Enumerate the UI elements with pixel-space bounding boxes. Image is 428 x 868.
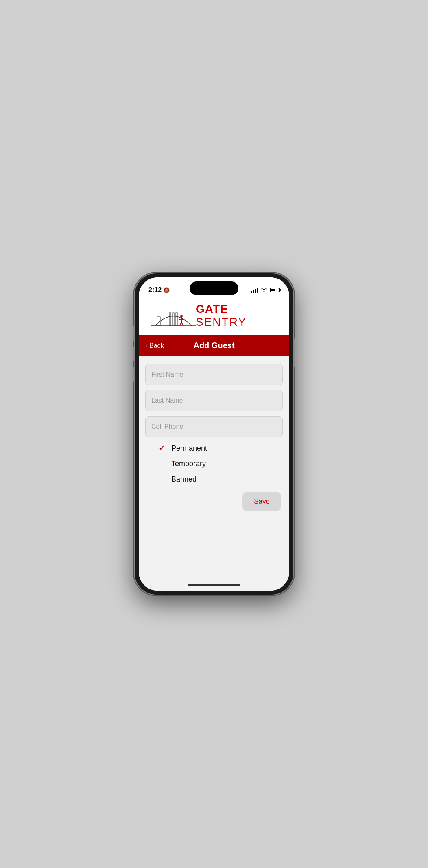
phone-screen: 2:12 🔕 — [139, 277, 289, 591]
cell-phone-input[interactable] — [145, 416, 283, 437]
svg-rect-3 — [173, 313, 174, 326]
battery-icon — [270, 288, 280, 292]
chevron-left-icon: ‹ — [145, 341, 148, 350]
logo-gate: GATE — [196, 303, 228, 315]
home-indicator — [139, 580, 289, 591]
status-time: 2:12 🔕 — [148, 286, 170, 294]
svg-line-9 — [181, 323, 183, 326]
home-bar — [188, 584, 240, 586]
phone-frame: 2:12 🔕 — [135, 273, 293, 595]
time-display: 2:12 — [148, 286, 162, 294]
last-name-input[interactable] — [145, 390, 283, 411]
first-name-input[interactable] — [145, 364, 283, 385]
nav-header: ‹ Back Add Guest — [139, 335, 289, 356]
label-banned: Banned — [171, 475, 197, 484]
dynamic-island — [190, 281, 238, 295]
wifi-icon — [261, 287, 267, 293]
signal-bars-icon — [251, 287, 258, 293]
logo-text: GATE SENTRY — [196, 303, 281, 329]
status-icons — [251, 287, 280, 293]
svg-line-8 — [179, 323, 181, 326]
status-bar: 2:12 🔕 — [139, 277, 289, 298]
logo-sentry: SENTRY — [196, 316, 247, 328]
access-type-list: ✓ Permanent ✓ Temporary ✓ Banned — [145, 444, 283, 484]
back-label: Back — [149, 342, 164, 349]
option-permanent[interactable]: ✓ Permanent — [157, 444, 283, 453]
logo-area: GATE SENTRY — [139, 298, 289, 335]
bell-slash-icon: 🔕 — [163, 287, 170, 293]
form-area: ✓ Permanent ✓ Temporary ✓ Banned — [139, 356, 289, 580]
option-temporary[interactable]: ✓ Temporary — [157, 459, 283, 468]
back-button[interactable]: ‹ Back — [145, 341, 164, 350]
check-permanent: ✓ — [157, 444, 166, 453]
svg-rect-4 — [176, 313, 177, 326]
page-title: Add Guest — [193, 341, 234, 350]
save-button[interactable]: Save — [242, 492, 281, 511]
label-temporary: Temporary — [171, 460, 206, 468]
svg-rect-2 — [169, 313, 171, 326]
main-content: ✓ Permanent ✓ Temporary ✓ Banned — [139, 356, 289, 519]
save-button-container: Save — [145, 492, 283, 511]
building-logo — [147, 305, 196, 327]
option-banned[interactable]: ✓ Banned — [157, 475, 283, 484]
label-permanent: Permanent — [171, 444, 207, 453]
svg-point-5 — [180, 315, 183, 317]
